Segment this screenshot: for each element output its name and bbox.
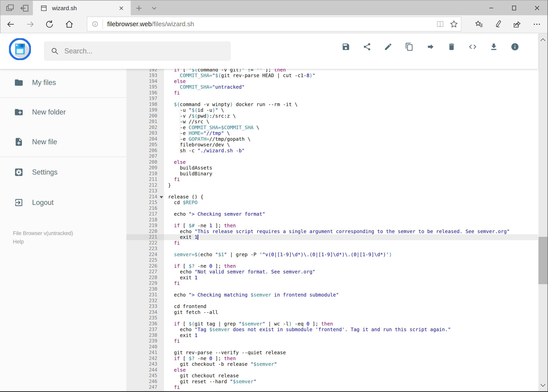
home-icon[interactable] [65, 20, 74, 28]
indent-guide [180, 125, 180, 131]
code-button[interactable] [468, 42, 477, 51]
line-number: 240 [126, 344, 164, 350]
sidebar-item-my-files[interactable]: My files [0, 73, 126, 92]
move-button[interactable] [426, 42, 435, 51]
line-number: 193 [126, 73, 164, 78]
tab-list-chevron-icon[interactable] [150, 4, 159, 12]
code-line: -w //src \ [164, 119, 538, 125]
scroll-up-icon[interactable] [539, 36, 547, 44]
url-text: filebrowser.web/files/wizard.sh [107, 20, 194, 28]
indent-guide [180, 73, 180, 78]
line-number: 245 [126, 373, 164, 379]
line-number: 204 [126, 136, 164, 142]
sidebar-item-new-file[interactable]: New file [0, 132, 126, 152]
search-icon [51, 47, 59, 55]
line-number: 199 [126, 107, 164, 113]
code-line: } [164, 182, 538, 188]
more-options-icon[interactable] [533, 20, 541, 28]
copy-button[interactable] [405, 42, 414, 51]
code-line: exit 1 [164, 234, 538, 240]
search-box[interactable] [44, 42, 231, 61]
line-number: 226 [126, 263, 164, 269]
download-button[interactable] [490, 42, 498, 51]
web-note-icon[interactable] [493, 20, 502, 28]
line-number: 196 [126, 90, 164, 96]
line-number: 229 [126, 280, 164, 286]
maximize-button[interactable] [509, 3, 520, 13]
line-number: 195 [126, 84, 164, 90]
reading-view-icon[interactable] [436, 20, 444, 28]
sidebar-item-label: Settings [32, 168, 57, 176]
line-number: 212 [126, 182, 164, 188]
indent-guide [180, 136, 180, 142]
fold-arrow-icon[interactable] [160, 196, 163, 198]
line-number: 216 [126, 205, 164, 211]
site-info-icon[interactable] [91, 20, 99, 28]
refresh-icon[interactable] [45, 20, 54, 28]
code-line: fi [164, 280, 538, 286]
line-number: 203 [126, 130, 164, 136]
sidebar-item-settings[interactable]: Settings [0, 162, 126, 182]
url-domain: filebrowser.web [107, 20, 152, 28]
back-icon[interactable] [6, 20, 15, 28]
line-number: 244 [126, 367, 164, 373]
line-number: 192 [126, 69, 164, 73]
line-number: 230 [126, 286, 164, 292]
sidebar-item-logout[interactable]: Logout [0, 193, 126, 212]
line-number: 194 [126, 78, 164, 84]
tab-preview-icon[interactable] [5, 3, 15, 13]
info-button[interactable] [511, 42, 519, 51]
code-line: else [164, 78, 538, 84]
line-number: 202 [126, 125, 164, 131]
edit-button[interactable] [384, 42, 392, 51]
hub-favorites-icon[interactable] [475, 20, 484, 28]
search-input[interactable] [64, 47, 217, 55]
browser-tab[interactable]: wizard.sh [33, 1, 131, 16]
favorite-star-icon[interactable] [450, 20, 458, 28]
vertical-scrollbar[interactable] [538, 33, 548, 391]
folder-icon [14, 78, 23, 87]
line-number: 198 [126, 102, 164, 107]
line-number: 227 [126, 269, 164, 275]
tab-close-icon[interactable] [117, 4, 125, 12]
code-line: echo "> Checking semver format" [164, 211, 538, 217]
code-line: filebrowser/dev \ [164, 142, 538, 148]
code-line [164, 154, 538, 159]
text-cursor [198, 235, 198, 240]
share-button[interactable] [363, 42, 371, 51]
sidebar-divider [0, 157, 126, 157]
code-line [164, 257, 538, 263]
code-line [164, 96, 538, 102]
address-bar[interactable]: filebrowser.web/files/wizard.sh [87, 17, 461, 32]
line-number: 211 [126, 176, 164, 182]
file-browser-floppy-logo [9, 38, 31, 60]
scrollbar-thumb[interactable] [538, 237, 548, 284]
minimize-button[interactable] [486, 3, 497, 13]
code-line: fi [164, 240, 538, 246]
line-number: 242 [126, 356, 164, 362]
editor-gutter: 1921931941951961971981992002012022032042… [126, 69, 164, 391]
help-link[interactable]: Help [13, 239, 24, 245]
scroll-down-icon[interactable] [539, 381, 547, 389]
code-line [164, 286, 538, 292]
save-button[interactable] [342, 42, 350, 51]
close-button[interactable] [532, 3, 542, 13]
line-number: 210 [126, 171, 164, 177]
delete-button[interactable] [447, 42, 456, 51]
code-line: git checkout -b release "$semver" [164, 361, 538, 367]
code-line: if [ "$(command -v git)" != "" ]; then [164, 69, 538, 73]
line-number: 225 [126, 257, 164, 263]
code-line: cd $REPO [164, 200, 538, 205]
line-number: 200 [126, 113, 164, 119]
forward-icon[interactable] [26, 20, 35, 28]
sidebar-item-new-folder[interactable]: New folder [0, 102, 126, 122]
line-number: 241 [126, 350, 164, 356]
set-tabs-aside-icon[interactable] [20, 3, 30, 13]
code-line: -v /$(pwd):/src:z \ [164, 113, 538, 119]
share-page-icon[interactable] [513, 20, 521, 28]
new-tab-icon[interactable] [135, 4, 143, 12]
code-editor[interactable]: if [ "$(command -v git)" != "" ]; then C… [164, 69, 538, 391]
code-line: git fetch --all [164, 309, 538, 315]
code-line: release () { [164, 194, 538, 200]
line-number: 235 [126, 315, 164, 321]
